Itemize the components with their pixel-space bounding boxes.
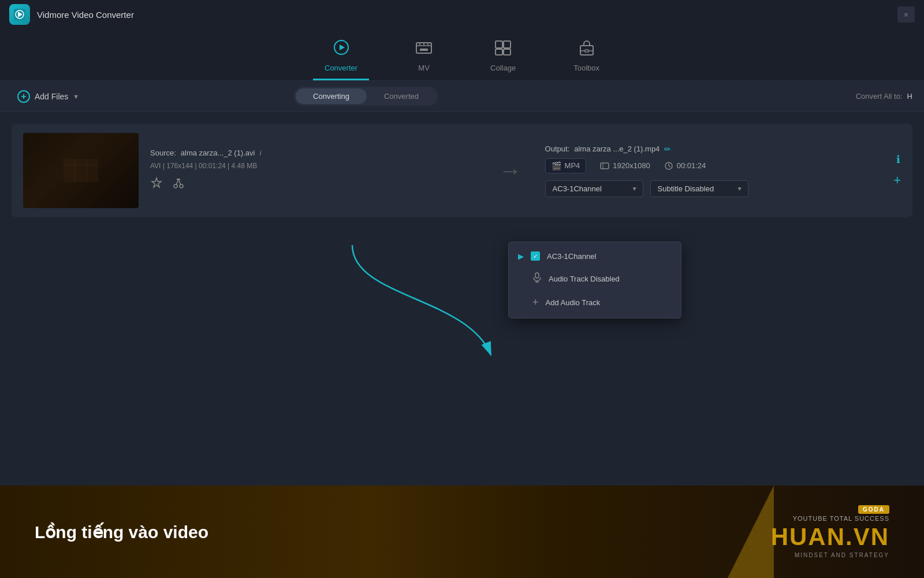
converted-tab-button[interactable]: Converted — [367, 88, 436, 104]
svg-rect-7 — [495, 41, 502, 48]
format-label: MP4 — [565, 161, 580, 170]
tagline: MINDSET AND STRATEGY — [795, 552, 889, 558]
output-filename-row: Output: alma zarza ...e_2 (1).mp4 ✏ — [545, 144, 871, 154]
source-filename-row: Source: alma zarza..._2 (1).avi i — [150, 149, 476, 157]
audio-dropdown-popup: ▶ ✓ AC3-1Channel — [508, 242, 681, 318]
main-content: Source: alma zarza..._2 (1).avi i AVI | … — [0, 112, 924, 486]
svg-line-23 — [178, 179, 181, 185]
output-area: Output: alma zarza ...e_2 (1).mp4 ✏ 🎬 MP… — [545, 144, 871, 197]
menu-icon[interactable]: ≡ — [897, 6, 915, 23]
arrow-icon: → — [499, 158, 522, 184]
source-filename: alma zarza..._2 (1).avi — [181, 149, 255, 157]
dropdown-add-audio-label: Add Audio Track — [546, 298, 601, 307]
svg-rect-9 — [495, 49, 502, 55]
svg-line-29 — [669, 166, 670, 167]
cut-icon[interactable] — [172, 177, 185, 192]
brand-name: HUAN.VN — [771, 523, 889, 551]
dropdown-audio-disabled-label: Audio Track Disabled — [549, 275, 620, 283]
dropdown-ac3-label: AC3-1Channel — [547, 252, 596, 261]
output-meta-row: 🎬 MP4 1920x1080 00:01:24 — [545, 158, 871, 173]
banner-decoration — [728, 486, 774, 578]
svg-marker-19 — [152, 178, 161, 187]
info-button[interactable]: ℹ — [896, 153, 900, 166]
play-icon: ▶ — [518, 252, 524, 261]
window-controls: ≡ — [897, 6, 915, 23]
mic-icon — [532, 272, 542, 285]
convert-all-value: H — [907, 92, 912, 101]
row-action-icons: ℹ + — [891, 153, 901, 188]
checked-icon: ✓ — [531, 251, 540, 261]
audio-controls: AC3-1Channel Audio Track Disabled Subtit… — [545, 180, 871, 197]
duration-info: 00:01:24 — [664, 161, 706, 171]
dropdown-item-audio-disabled[interactable]: Audio Track Disabled — [509, 266, 681, 291]
thumb-image — [23, 133, 139, 208]
svg-rect-6 — [420, 49, 428, 51]
mv-icon — [415, 41, 433, 60]
file-action-buttons — [150, 177, 476, 192]
tab-collage[interactable]: Collage — [479, 35, 527, 80]
source-label: Source: — [150, 149, 176, 157]
convert-all-label: Convert All to: — [856, 92, 903, 101]
add-files-label: Add Files — [35, 92, 68, 101]
svg-line-22 — [176, 179, 178, 185]
svg-point-20 — [174, 184, 177, 188]
bottom-banner: Lồng tiếng vào video GODA YOUTUBE TOTAL … — [0, 486, 924, 578]
dropdown-item-add-audio[interactable]: + Add Audio Track — [509, 291, 681, 314]
converter-icon — [333, 39, 350, 60]
tab-toolbox-label: Toolbox — [573, 64, 599, 72]
toolbox-icon — [578, 40, 595, 60]
toolbar: + Add Files ▼ Converting Converted Conve… — [0, 81, 924, 112]
tab-mv-label: MV — [418, 64, 430, 72]
yt-label: YOUTUBE TOTAL SUCCESS — [793, 515, 889, 522]
audio-track-dropdown[interactable]: AC3-1Channel Audio Track Disabled — [545, 180, 643, 197]
source-info-icon[interactable]: i — [259, 149, 261, 157]
svg-rect-10 — [504, 49, 511, 55]
banner-logo-area: GODA YOUTUBE TOTAL SUCCESS HUAN.VN MINDS… — [771, 505, 889, 558]
nav-bar: Converter MV Collage — [0, 29, 924, 81]
app-title-text: Vidmore Video Converter — [37, 10, 134, 20]
svg-rect-30 — [535, 273, 539, 278]
goda-badge: GODA — [858, 505, 889, 514]
tab-converter-label: Converter — [325, 64, 357, 72]
tab-switch: Converting Converted — [294, 87, 438, 106]
tab-toolbox[interactable]: Toolbox — [562, 35, 611, 80]
subtitle-dropdown[interactable]: Subtitle Disabled — [650, 180, 748, 197]
film-icon: 🎬 — [552, 161, 561, 171]
conversion-arrow: → — [487, 158, 534, 184]
add-files-plus-icon: + — [17, 90, 30, 103]
svg-rect-8 — [504, 41, 511, 48]
add-files-button[interactable]: + Add Files ▼ — [12, 87, 85, 106]
output-label: Output: — [545, 144, 570, 153]
dropdown-item-ac3[interactable]: ▶ ✓ AC3-1Channel — [509, 246, 681, 266]
banner-main-text: Lồng tiếng vào video — [35, 522, 208, 542]
curved-arrow-svg — [306, 228, 526, 390]
collage-icon — [494, 40, 512, 60]
tab-collage-label: Collage — [490, 64, 516, 72]
converting-tab-button[interactable]: Converting — [296, 88, 367, 104]
audio-dropdown-wrapper: AC3-1Channel Audio Track Disabled — [545, 180, 643, 197]
subtitle-dropdown-wrapper: Subtitle Disabled — [650, 180, 748, 197]
svg-point-21 — [180, 184, 183, 188]
add-button[interactable]: + — [893, 173, 901, 188]
file-source-info: Source: alma zarza..._2 (1).avi i AVI | … — [150, 149, 476, 192]
svg-rect-15 — [64, 159, 98, 182]
format-badge: 🎬 MP4 — [545, 158, 587, 173]
add-audio-plus-icon: + — [532, 297, 539, 309]
output-filename: alma zarza ...e_2 (1).mp4 — [574, 144, 660, 153]
svg-rect-11 — [580, 46, 593, 55]
svg-marker-4 — [340, 45, 345, 50]
app-logo — [9, 4, 30, 25]
convert-all-area: Convert All to: H — [856, 92, 912, 101]
enhance-icon[interactable] — [150, 177, 163, 192]
edit-output-icon[interactable]: ✏ — [664, 144, 671, 154]
title-bar: Vidmore Video Converter ≡ — [0, 0, 924, 29]
svg-rect-25 — [601, 163, 609, 169]
source-meta: AVI | 176x144 | 00:01:24 | 4.48 MB — [150, 162, 476, 170]
resolution-info: 1920x1080 — [600, 161, 650, 171]
tab-mv[interactable]: MV — [404, 36, 444, 80]
tab-converter[interactable]: Converter — [313, 34, 369, 80]
file-row: Source: alma zarza..._2 (1).avi i AVI | … — [12, 124, 912, 217]
svg-rect-12 — [585, 50, 588, 52]
video-thumbnail — [23, 133, 139, 208]
add-files-dropdown-icon[interactable]: ▼ — [73, 93, 79, 100]
